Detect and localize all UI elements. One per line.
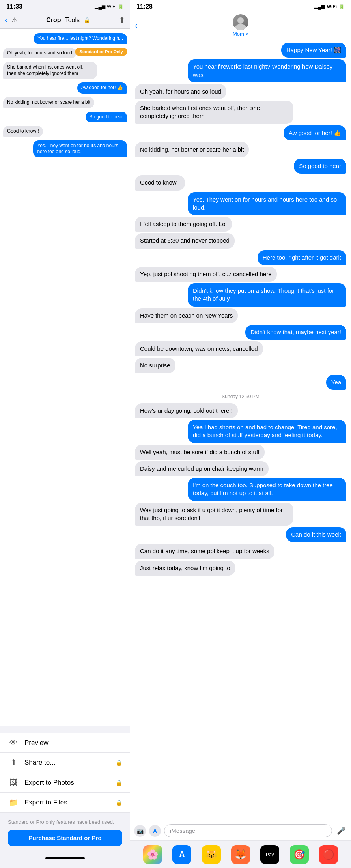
screenshot-inner: You hear fire... last night? Wondering h… — [0, 29, 130, 726]
camera-button[interactable]: 📷 — [134, 825, 146, 837]
list-item: How's ur day going, cold out there ! — [135, 403, 238, 418]
list-item: Can do it any time, some ppl keep it up … — [135, 544, 274, 559]
export-photos-label: Export to Photos — [24, 779, 110, 787]
tools-button[interactable]: Tools — [65, 17, 80, 24]
list-item: No surprise — [135, 358, 176, 373]
preview-button[interactable]: 👁 Preview — [0, 733, 130, 753]
status-bar-right: 11:28 ▂▄▆ WiFi 🔋 — [130, 0, 351, 12]
back-icon[interactable]: ‹ — [5, 15, 7, 25]
dock-photos[interactable]: 🌸 — [143, 845, 162, 864]
highlight-banner: Standard or Pro Only — [75, 48, 127, 56]
left-panel: 11:33 ▂▄▆ WiFi 🔋 ‹ ⚠ Crop Tools 🔒 ⬆ You … — [0, 0, 130, 868]
svg-point-1 — [235, 24, 246, 30]
list-item: Oh yeah, for hours and so loud — [3, 48, 76, 59]
export-files-button[interactable]: 📁 Export to Files 🔒 — [0, 793, 130, 813]
right-status-icons: ▂▄▆ WiFi 🔋 — [314, 4, 345, 9]
preview-icon: 👁 — [8, 738, 19, 747]
list-item: Yep, just ppl shooting them off, cuz can… — [135, 267, 277, 282]
signal-icon: ▂▄▆ — [314, 4, 325, 9]
battery-icon: 🔋 — [339, 4, 345, 9]
list-item: Daisy and me curled up on chair keeping … — [135, 461, 269, 476]
toolbar-center: Crop Tools 🔒 — [46, 17, 90, 24]
home-bar — [45, 857, 85, 859]
crop-button[interactable]: Crop — [46, 17, 61, 24]
list-item: Happy New Year! 🎆 — [281, 43, 346, 58]
left-status-icons: ▂▄▆ WiFi 🔋 — [95, 4, 124, 9]
wifi-icon: WiFi — [327, 4, 337, 9]
dock-emoji2[interactable]: 🦊 — [231, 845, 250, 864]
right-time: 11:28 — [136, 3, 153, 10]
list-item: Could be downtown, was on news, cancelle… — [135, 341, 263, 356]
list-item: Was just going to ask if u got it down, … — [135, 503, 293, 526]
tools-lock-icon: 🔒 — [84, 17, 90, 23]
list-item: Aw good for her! 👍 — [284, 125, 346, 140]
avatar — [233, 14, 248, 30]
appstore-button[interactable]: A — [149, 825, 161, 837]
list-item: Didn't know that, maybe next year! — [245, 325, 346, 340]
export-photos-button[interactable]: 🖼 Export to Photos 🔒 — [0, 773, 130, 793]
list-item: Yes. They went on for hours and hours he… — [33, 140, 127, 157]
list-item: Yea I had shorts on and had to change. T… — [188, 420, 346, 443]
warning-icon: ⚠ — [11, 16, 18, 24]
contact-name[interactable]: Mom > — [233, 31, 248, 37]
appstore-icon: A — [153, 828, 157, 834]
dock-icon7[interactable]: 🔴 — [319, 845, 338, 864]
dock-bar: 🌸 A 😺 🦊 Pay 🎯 🔴 — [130, 840, 351, 868]
purchase-button[interactable]: Purchase Standard or Pro — [8, 830, 122, 846]
share-lock-icon: 🔒 — [116, 760, 122, 766]
timestamp: Sunday 12:50 PM — [135, 394, 346, 399]
nav-bar: ‹ Mom > — [130, 12, 351, 39]
audio-icon: 🎤 — [337, 827, 345, 835]
list-item: Have them on beach on New Years — [135, 308, 238, 323]
dock-applepay[interactable]: Pay — [260, 845, 279, 864]
list-item: Yes. They went on for hours and hours he… — [188, 192, 346, 215]
msg-text: You hear fire... last night? Wondering h… — [37, 36, 123, 41]
list-item: So good to hear — [294, 159, 346, 174]
list-item: Well yeah, must be sore if did a bunch o… — [135, 445, 265, 460]
list-item: Good to know ! — [3, 126, 43, 137]
dock-appstore[interactable]: A — [172, 845, 191, 864]
screenshot-preview: You hear fire... last night? Wondering h… — [0, 29, 130, 726]
share-icon[interactable]: ⬆ — [119, 15, 125, 25]
preview-label: Preview — [24, 739, 122, 747]
list-item: She barked when first ones went off, the… — [3, 62, 97, 79]
list-item: Started at 6:30 and never stopped — [135, 233, 235, 248]
export-files-label: Export to Files — [24, 799, 110, 806]
share-label: Share to... — [24, 759, 110, 767]
list-item: So good to hear — [86, 112, 127, 123]
share-to-icon: ⬆ — [8, 758, 19, 767]
list-item: You hear fire... last night? Wondering h… — [34, 33, 127, 44]
back-button[interactable]: ‹ — [135, 21, 138, 30]
share-button[interactable]: ⬆ Share to... 🔒 — [0, 753, 130, 773]
left-status-bar: 11:33 ▂▄▆ WiFi 🔋 — [0, 0, 130, 12]
left-time: 11:33 — [6, 3, 22, 10]
input-bar: 📷 A iMessage 🎤 — [130, 821, 351, 840]
export-photos-lock-icon: 🔒 — [116, 780, 122, 786]
list-item: No kidding, not bother or scare her a bi… — [135, 142, 249, 157]
list-item: Didn't know they put on a show. Thought … — [188, 283, 346, 307]
imessage-input[interactable]: iMessage — [164, 824, 332, 837]
dock-memoji[interactable]: 😺 — [202, 845, 221, 864]
list-item: Aw good for her! 👍 — [77, 82, 127, 94]
list-item: No kidding, not bother or scare her a bi… — [3, 97, 94, 108]
export-files-lock-icon: 🔒 — [116, 799, 122, 806]
list-item: I fell asleep to them going off. Lol — [135, 217, 232, 232]
list-item: Good to know ! — [135, 175, 185, 190]
messages-area[interactable]: Happy New Year! 🎆 You hear fireworks las… — [130, 39, 351, 821]
list-item: Yea — [326, 375, 346, 390]
contact-info: Mom > — [233, 14, 248, 37]
dock-icon6[interactable]: 🎯 — [290, 845, 309, 864]
list-item: You hear fireworks last night? Wondering… — [188, 59, 346, 82]
bottom-sheet: 👁 Preview ⬆ Share to... 🔒 🖼 Export to Ph… — [0, 726, 130, 868]
audio-button[interactable]: 🎤 — [335, 825, 347, 837]
right-panel: 11:28 ▂▄▆ WiFi 🔋 ‹ Mom > Happy New Year!… — [130, 0, 351, 868]
upgrade-section: Standard or Pro only features have beed … — [0, 813, 130, 852]
list-item: Here too, right after it got dark — [258, 250, 346, 265]
export-files-icon: 📁 — [8, 798, 19, 807]
svg-point-0 — [237, 17, 244, 24]
list-item: Just relax today, know I'm going to — [135, 561, 235, 576]
list-item: Can do it this week — [286, 527, 346, 542]
list-item: I'm on the couch too. Supposed to take d… — [188, 478, 346, 501]
input-placeholder: iMessage — [170, 827, 195, 834]
home-indicator — [0, 852, 130, 864]
